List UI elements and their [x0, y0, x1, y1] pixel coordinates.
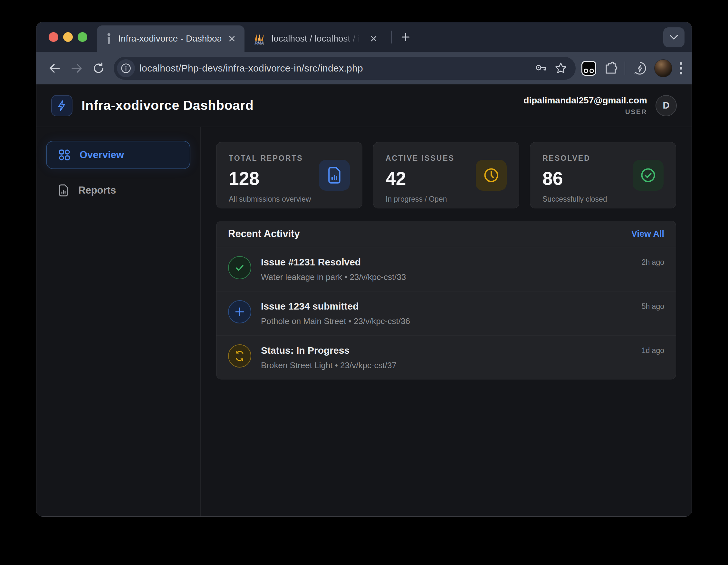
tab-dashboard[interactable]: Infra-xodivorce - Dashboard	[97, 25, 244, 52]
activity-time: 5h ago	[642, 300, 664, 326]
page-title: Infra-xodivorce Dashboard	[81, 98, 254, 113]
activity-subtitle: Water leakage in park • 23/v/kpc-cst/33	[261, 272, 406, 282]
activity-row[interactable]: Status: In Progress Broken Street Light …	[216, 336, 676, 379]
stat-card-active-issues: ACTIVE ISSUES 42 In progress / Open	[373, 142, 519, 208]
menu-kebab-icon[interactable]	[679, 62, 683, 75]
recent-activity-panel: Recent Activity View All Issue #1231 Res…	[216, 221, 676, 379]
tab-title: localhost / localhost / infra-xo	[272, 34, 362, 44]
user-info: dipalimandal257@gmail.com USER	[523, 95, 647, 116]
user-email: dipalimandal257@gmail.com	[523, 95, 647, 106]
extension-area	[581, 59, 683, 77]
extensions-puzzle-icon[interactable]	[603, 61, 618, 75]
site-info-icon[interactable]	[117, 59, 135, 77]
tab-title: Infra-xodivorce - Dashboard	[118, 34, 221, 44]
tab-separator	[391, 31, 392, 43]
activity-row[interactable]: Issue 1234 submitted Pothole on Main Str…	[216, 292, 676, 336]
check-circle-icon	[633, 160, 664, 191]
tab-phpmyadmin[interactable]: PMA localhost / localhost / infra-xo	[244, 25, 386, 52]
new-tab-button[interactable]	[397, 29, 414, 45]
stat-card-resolved: RESOLVED 86 Successfully closed	[530, 142, 676, 208]
activity-time: 2h ago	[642, 256, 664, 282]
close-window-button[interactable]	[49, 32, 58, 42]
clock-icon	[476, 160, 507, 191]
webpage: Infra-xodivorce Dashboard dipalimandal25…	[36, 84, 692, 517]
sidebar-item-label: Reports	[78, 185, 116, 196]
stat-subtitle: Successfully closed	[542, 195, 664, 204]
user-role-badge: USER	[523, 108, 647, 116]
tabs: Infra-xodivorce - Dashboard PMA localhos…	[97, 22, 414, 52]
sidebar-item-label: Overview	[80, 149, 124, 161]
forward-icon[interactable]	[67, 59, 86, 78]
stat-subtitle: In progress / Open	[386, 195, 507, 204]
zoom-window-button[interactable]	[78, 32, 87, 42]
stat-cards: TOTAL REPORTS 128 All submissions overvi…	[216, 142, 676, 208]
section-title: Recent Activity	[228, 228, 300, 240]
activity-title: Issue 1234 submitted	[261, 301, 410, 312]
view-all-link[interactable]: View All	[631, 229, 664, 239]
profile-avatar[interactable]	[654, 59, 672, 77]
minimize-window-button[interactable]	[63, 32, 73, 42]
app-logo-lightning-icon	[51, 95, 72, 116]
close-tab-icon[interactable]	[368, 33, 380, 45]
sidebar: Overview Reports	[36, 127, 201, 517]
window-controls	[49, 32, 87, 42]
activity-subtitle: Pothole on Main Street • 23/v/kpc-cst/36	[261, 316, 410, 326]
app-header: Infra-xodivorce Dashboard dipalimandal25…	[36, 84, 692, 127]
activity-title: Status: In Progress	[261, 345, 397, 356]
grid-icon	[58, 149, 71, 161]
address-bar[interactable]: localhost/Php-devs/infra-xodivorce-in/sr…	[114, 57, 576, 80]
file-chart-icon	[319, 160, 350, 191]
file-chart-icon	[58, 184, 69, 196]
main-content: TOTAL REPORTS 128 All submissions overvi…	[201, 127, 692, 517]
tab-search-button[interactable]	[663, 27, 685, 47]
bookmark-star-icon[interactable]	[553, 61, 569, 76]
user-avatar[interactable]: D	[656, 95, 677, 116]
reload-icon[interactable]	[89, 59, 108, 78]
activity-title: Issue #1231 Resolved	[261, 257, 406, 268]
info-pin-icon	[105, 33, 113, 44]
url-text[interactable]: localhost/Php-devs/infra-xodivorce-in/sr…	[139, 63, 529, 74]
svg-text:PMA: PMA	[255, 41, 264, 45]
activity-time: 1d ago	[642, 344, 664, 370]
refresh-icon	[228, 344, 251, 368]
close-tab-icon[interactable]	[226, 33, 238, 45]
activity-row[interactable]: Issue #1231 Resolved Water leakage in pa…	[216, 247, 676, 292]
plus-icon	[228, 300, 251, 323]
browser-toolbar: localhost/Php-devs/infra-xodivorce-in/sr…	[36, 52, 692, 84]
tab-strip: Infra-xodivorce - Dashboard PMA localhos…	[36, 22, 692, 52]
sidebar-item-reports[interactable]: Reports	[46, 176, 190, 205]
toolbar-separator	[625, 62, 625, 75]
browser-window: Infra-xodivorce - Dashboard PMA localhos…	[36, 22, 692, 517]
sidebar-item-overview[interactable]: Overview	[46, 141, 190, 169]
stat-subtitle: All submissions overview	[229, 195, 350, 204]
back-icon[interactable]	[45, 59, 64, 78]
phpmyadmin-icon: PMA	[252, 32, 266, 46]
activity-subtitle: Broken Street Light • 23/v/kpc-cst/37	[261, 360, 397, 370]
stat-card-total-reports: TOTAL REPORTS 128 All submissions overvi…	[216, 142, 362, 208]
energy-saver-icon[interactable]	[632, 61, 647, 76]
check-icon	[228, 256, 251, 279]
password-key-icon[interactable]	[533, 61, 549, 76]
extension-goggles-icon[interactable]	[581, 61, 596, 76]
recent-activity-header: Recent Activity View All	[216, 221, 676, 247]
page-body: Overview Reports TOTAL REPORTS 128 All s…	[36, 127, 692, 517]
